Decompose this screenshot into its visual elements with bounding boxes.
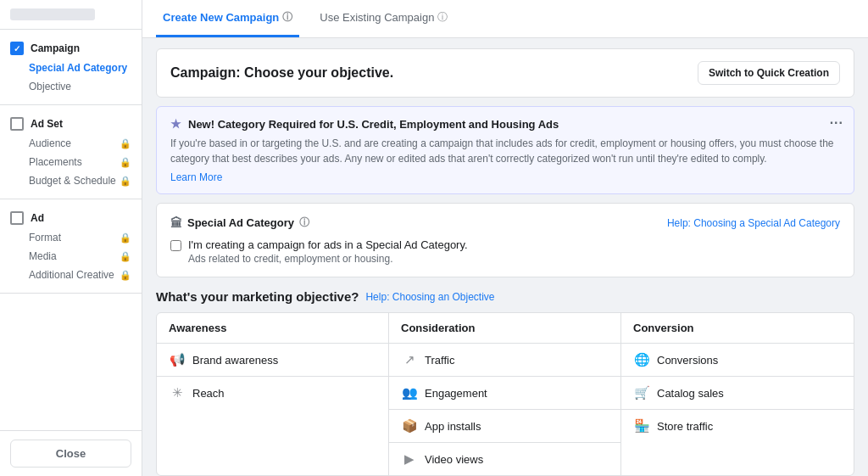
traffic-icon: ↗	[401, 352, 418, 367]
sidebar-item-additional-creative[interactable]: Additional Creative 🔒	[0, 266, 142, 284]
obj-item-label: Video views	[425, 453, 483, 466]
close-button[interactable]: Close	[10, 440, 131, 468]
sidebar-item-budget-schedule[interactable]: Budget & Schedule 🔒	[0, 171, 142, 190]
special-ad-category-help-link[interactable]: Help: Choosing a Special Ad Category	[667, 217, 840, 229]
sidebar-item-audience[interactable]: Audience 🔒	[0, 134, 142, 153]
switch-to-quick-creation-button[interactable]: Switch to Quick Creation	[698, 61, 840, 85]
objective-header: What's your marketing objective? Help: C…	[156, 289, 854, 304]
checkbox-labels: I'm creating a campaign for ads in a Spe…	[188, 238, 468, 265]
obj-item-video-views[interactable]: ▶ Video views	[389, 443, 620, 475]
special-ad-category-header: 🏛 Special Ad Category ⓘ Help: Choosing a…	[170, 216, 840, 230]
obj-item-catalog-sales[interactable]: 🛒 Catalog sales	[621, 377, 854, 410]
obj-item-store-traffic[interactable]: 🏪 Store traffic	[621, 410, 854, 442]
sidebar-section-campaign: ✓ Campaign Special Ad Category Objective	[0, 30, 142, 105]
sidebar-item-label: Budget & Schedule	[29, 175, 116, 187]
special-ad-category-card: 🏛 Special Ad Category ⓘ Help: Choosing a…	[156, 203, 854, 277]
special-ad-category-checkbox[interactable]	[170, 240, 181, 251]
tab-label: Use Existing Campaign	[320, 11, 434, 24]
special-ad-category-title: 🏛 Special Ad Category ⓘ	[170, 216, 309, 230]
conversions-icon: 🌐	[633, 352, 650, 367]
marketing-objective-section: What's your marketing objective? Help: C…	[156, 289, 854, 476]
objective-grid: Awareness Consideration Conversion 📢 Bra…	[156, 312, 854, 476]
lock-icon: 🔒	[120, 232, 131, 244]
sidebar-item-label: Media	[29, 250, 57, 262]
obj-item-brand-awareness[interactable]: 📢 Brand awareness	[157, 344, 388, 377]
obj-item-label: Store traffic	[657, 420, 713, 433]
store-traffic-icon: 🏪	[633, 418, 650, 434]
objective-help-link[interactable]: Help: Choosing an Objective	[365, 291, 494, 303]
info-icon: ⓘ	[282, 10, 292, 25]
main-content: Create New Campaign ⓘ Use Existing Campa…	[142, 0, 868, 476]
lock-icon: 🔒	[120, 138, 131, 149]
obj-item-label: Traffic	[425, 354, 454, 367]
sidebar-adset-header: Ad Set	[0, 114, 142, 134]
content-area: Campaign: Choose your objective. Switch …	[142, 38, 868, 476]
obj-item-engagement[interactable]: 👥 Engagement	[389, 377, 620, 410]
learn-more-link[interactable]: Learn More	[170, 171, 222, 183]
sidebar-item-placements[interactable]: Placements 🔒	[0, 153, 142, 171]
adset-box-icon	[10, 117, 24, 131]
app-installs-icon: 📦	[401, 418, 418, 434]
obj-item-label: Brand awareness	[192, 354, 278, 367]
special-ad-category-label: Special Ad Category	[187, 216, 294, 229]
ad-box-icon	[10, 211, 24, 225]
sidebar-campaign-label: Campaign	[31, 42, 80, 54]
sidebar-item-label: Special Ad Category	[29, 62, 127, 74]
col-header-awareness: Awareness	[157, 313, 389, 343]
objective-rows: 📢 Brand awareness ✳ Reach ↗ Traffic	[157, 344, 854, 475]
obj-item-app-installs[interactable]: 📦 App installs	[389, 410, 620, 443]
checkbox-sublabel: Ads related to credit, employment or hou…	[188, 253, 468, 265]
consideration-column: ↗ Traffic 👥 Engagement 📦 App installs	[389, 344, 621, 475]
sidebar-ad-label: Ad	[31, 212, 44, 224]
objective-column-headers: Awareness Consideration Conversion	[157, 313, 854, 344]
sidebar-blurred	[10, 8, 95, 20]
campaign-title: Campaign: Choose your objective.	[170, 65, 393, 81]
sidebar-item-label: Format	[29, 232, 61, 244]
sidebar: ✓ Campaign Special Ad Category Objective…	[0, 0, 142, 476]
sidebar-bottom: Close	[0, 430, 142, 476]
sidebar-item-label: Audience	[29, 137, 71, 149]
star-icon: ★	[170, 117, 181, 131]
brand-awareness-icon: 📢	[169, 352, 186, 367]
campaign-header-card: Campaign: Choose your objective. Switch …	[156, 48, 854, 98]
lock-icon: 🔒	[120, 251, 131, 262]
sidebar-adset-label: Ad Set	[31, 118, 63, 130]
sidebar-item-format[interactable]: Format 🔒	[0, 228, 142, 247]
notice-banner: ★ New! Category Required for U.S. Credit…	[156, 106, 854, 194]
sidebar-item-objective[interactable]: Objective	[0, 77, 142, 96]
campaign-title-suffix: : Choose your objective.	[236, 65, 393, 80]
tab-use-existing-campaign[interactable]: Use Existing Campaign ⓘ	[313, 0, 454, 37]
tab-label: Create New Campaign	[163, 11, 279, 24]
tab-create-new-campaign[interactable]: Create New Campaign ⓘ	[156, 0, 299, 37]
info-icon: ⓘ	[299, 216, 309, 230]
sidebar-item-label: Additional Creative	[29, 269, 114, 281]
building-icon: 🏛	[170, 216, 182, 230]
sidebar-item-media[interactable]: Media 🔒	[0, 247, 142, 266]
sidebar-item-label: Placements	[29, 156, 82, 168]
lock-icon: 🔒	[120, 157, 131, 168]
tabs-bar: Create New Campaign ⓘ Use Existing Campa…	[142, 0, 868, 38]
notice-more-button[interactable]: ···	[830, 115, 843, 131]
obj-item-label: App installs	[425, 420, 481, 433]
engagement-icon: 👥	[401, 385, 418, 400]
sidebar-section-adset: Ad Set Audience 🔒 Placements 🔒 Budget & …	[0, 105, 142, 199]
lock-icon: 🔒	[120, 176, 131, 187]
col-header-consideration: Consideration	[389, 313, 621, 343]
obj-item-label: Engagement	[425, 387, 487, 400]
awareness-column: 📢 Brand awareness ✳ Reach	[157, 344, 389, 475]
notice-body: If you're based in or targeting the U.S.…	[170, 136, 840, 166]
notice-title: New! Category Required for U.S. Credit, …	[188, 118, 559, 131]
obj-item-reach[interactable]: ✳ Reach	[157, 377, 388, 409]
sidebar-section-ad: Ad Format 🔒 Media 🔒 Additional Creative …	[0, 199, 142, 294]
sidebar-item-special-ad-category[interactable]: Special Ad Category	[0, 59, 142, 77]
campaign-title-prefix: Campaign	[170, 65, 236, 80]
special-ad-category-checkbox-row: I'm creating a campaign for ads in a Spe…	[170, 238, 840, 265]
lock-icon: 🔒	[120, 270, 131, 281]
catalog-sales-icon: 🛒	[633, 385, 650, 400]
obj-item-label: Reach	[192, 387, 225, 400]
sidebar-campaign-header: ✓ Campaign	[0, 38, 142, 59]
obj-item-traffic[interactable]: ↗ Traffic	[389, 344, 620, 377]
obj-item-conversions[interactable]: 🌐 Conversions	[621, 344, 854, 377]
reach-icon: ✳	[169, 385, 186, 400]
objective-title: What's your marketing objective?	[156, 289, 359, 304]
